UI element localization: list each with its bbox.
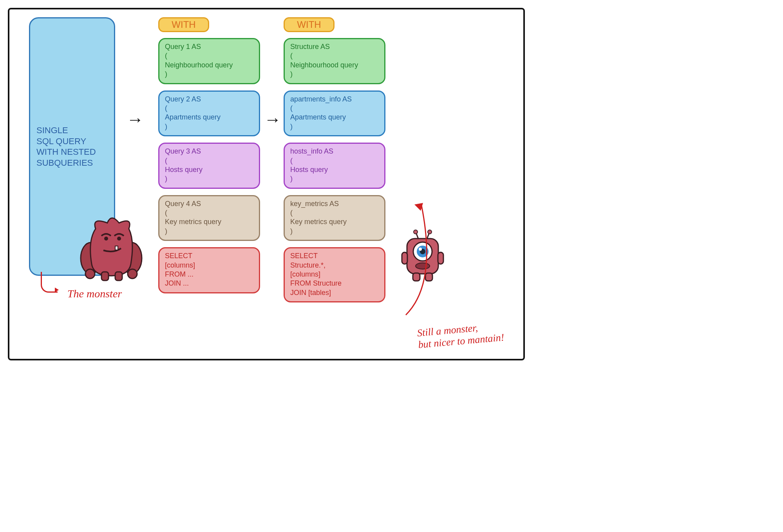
svg-point-2 bbox=[104, 237, 108, 241]
diagram-frame: SINGLE SQL QUERY WITH NESTED SUBQUERIES … bbox=[8, 8, 525, 360]
cte-query3-box: Query 3 AS ( Hosts query ) bbox=[158, 143, 260, 189]
cte-apartments-box: apartments_info AS ( Apartments query ) bbox=[284, 90, 385, 137]
cte-hosts-box: hosts_info AS ( Hosts query ) bbox=[284, 143, 385, 189]
svg-rect-5 bbox=[101, 272, 108, 280]
cte-query4-box: Query 4 AS ( Key metrics query ) bbox=[158, 195, 260, 241]
svg-rect-4 bbox=[115, 246, 118, 250]
select-block: SELECT [columns] FROM ... JOIN ... bbox=[158, 247, 260, 293]
arrow-icon: → bbox=[127, 110, 144, 129]
nested-query-text: SINGLE SQL QUERY WITH NESTED SUBQUERIES bbox=[36, 125, 96, 168]
arrow-icon: → bbox=[264, 110, 281, 129]
cte-query2-box: Query 2 AS ( Apartments query ) bbox=[158, 90, 260, 137]
svg-rect-20 bbox=[438, 252, 443, 264]
column-named-cte: WITH Structure AS ( Neighbourhood query … bbox=[284, 17, 385, 309]
column-generic-cte: WITH Query 1 AS ( Neighbourhood query ) … bbox=[158, 17, 260, 300]
svg-point-3 bbox=[117, 237, 121, 241]
curved-arrow-icon bbox=[382, 197, 429, 323]
cte-keymetrics-box: key_metrics AS ( Key metrics query ) bbox=[284, 195, 385, 241]
svg-point-8 bbox=[128, 269, 137, 279]
monster-grumpy-icon bbox=[80, 217, 143, 284]
with-badge: WITH bbox=[158, 17, 209, 32]
select-block: SELECT Structure.*, [columns] FROM Struc… bbox=[284, 247, 385, 302]
with-badge: WITH bbox=[284, 17, 335, 32]
cte-query1-box: Query 1 AS ( Neighbourhood query ) bbox=[158, 38, 260, 84]
cte-structure-box: Structure AS ( Neighbourhood query ) bbox=[284, 38, 385, 84]
caption-nicer: Still a monster, but nicer to mantain! bbox=[417, 320, 505, 351]
caption-monster-text: The monster bbox=[67, 288, 122, 300]
svg-rect-6 bbox=[115, 272, 122, 280]
caption-monster: The monster bbox=[37, 276, 91, 288]
